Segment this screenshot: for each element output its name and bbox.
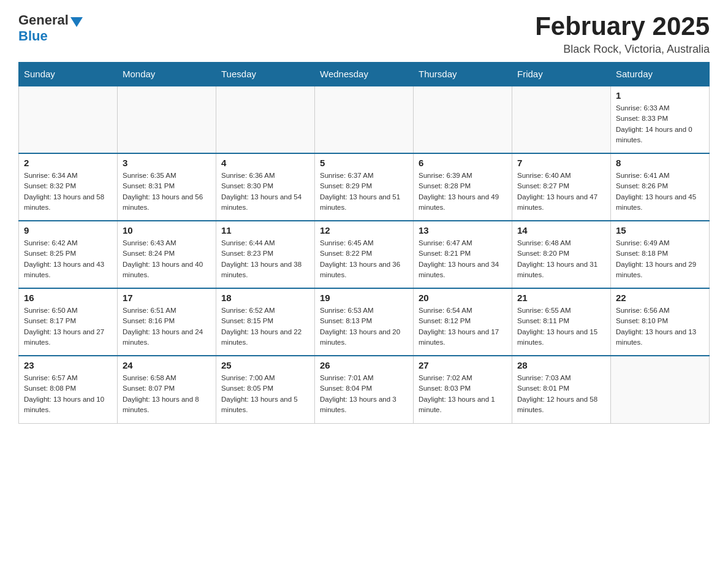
day-number: 8 [616,158,704,168]
day-number: 12 [320,225,408,236]
day-info: Sunrise: 7:00 AMSunset: 8:05 PMDaylight:… [221,373,309,415]
day-number: 18 [221,293,309,303]
day-info: Sunrise: 6:33 AMSunset: 8:33 PMDaylight:… [616,103,704,145]
day-number: 20 [419,293,507,303]
day-number: 7 [517,158,605,168]
calendar-cell: 28Sunrise: 7:03 AMSunset: 8:01 PMDayligh… [512,356,611,423]
day-number: 13 [419,225,507,236]
calendar-cell: 10Sunrise: 6:43 AMSunset: 8:24 PMDayligh… [118,221,216,288]
calendar-cell: 13Sunrise: 6:47 AMSunset: 8:21 PMDayligh… [414,221,512,288]
calendar-header-thursday: Thursday [414,63,512,86]
day-number: 11 [221,225,309,236]
calendar-cell: 20Sunrise: 6:54 AMSunset: 8:12 PMDayligh… [414,288,512,356]
calendar-week-row-5: 23Sunrise: 6:57 AMSunset: 8:08 PMDayligh… [19,356,710,423]
day-info: Sunrise: 6:42 AMSunset: 8:25 PMDaylight:… [24,238,112,280]
day-info: Sunrise: 6:58 AMSunset: 8:07 PMDaylight:… [123,373,211,415]
calendar-cell [611,356,710,423]
day-number: 1 [616,90,704,101]
calendar-cell: 19Sunrise: 6:53 AMSunset: 8:13 PMDayligh… [315,288,414,356]
day-number: 2 [24,158,112,168]
calendar-header-wednesday: Wednesday [315,63,414,86]
day-info: Sunrise: 6:52 AMSunset: 8:15 PMDaylight:… [221,305,309,348]
calendar-table: SundayMondayTuesdayWednesdayThursdayFrid… [18,62,710,424]
day-info: Sunrise: 6:57 AMSunset: 8:08 PMDaylight:… [24,373,112,415]
day-number: 4 [221,158,309,168]
calendar-cell [19,86,118,153]
day-info: Sunrise: 6:53 AMSunset: 8:13 PMDaylight:… [320,305,408,348]
day-number: 14 [517,225,605,236]
calendar-cell: 17Sunrise: 6:51 AMSunset: 8:16 PMDayligh… [118,288,216,356]
calendar-week-row-1: 1Sunrise: 6:33 AMSunset: 8:33 PMDaylight… [19,86,710,153]
day-number: 22 [616,293,704,303]
day-info: Sunrise: 6:45 AMSunset: 8:22 PMDaylight:… [320,238,408,280]
day-info: Sunrise: 6:41 AMSunset: 8:26 PMDaylight:… [616,170,704,213]
day-info: Sunrise: 6:54 AMSunset: 8:12 PMDaylight:… [419,305,507,348]
day-number: 21 [517,293,605,303]
day-info: Sunrise: 6:47 AMSunset: 8:21 PMDaylight:… [419,238,507,280]
day-info: Sunrise: 6:56 AMSunset: 8:10 PMDaylight:… [616,305,704,348]
calendar-cell: 1Sunrise: 6:33 AMSunset: 8:33 PMDaylight… [611,86,710,153]
day-number: 15 [616,225,704,236]
day-info: Sunrise: 6:39 AMSunset: 8:28 PMDaylight:… [419,170,507,213]
logo: General Blue [18,12,83,44]
day-number: 28 [517,360,605,370]
day-info: Sunrise: 6:37 AMSunset: 8:29 PMDaylight:… [320,170,408,213]
calendar-cell [315,86,414,153]
calendar-cell: 16Sunrise: 6:50 AMSunset: 8:17 PMDayligh… [19,288,118,356]
calendar-cell [414,86,512,153]
calendar-cell [216,86,315,153]
day-number: 3 [123,158,211,168]
calendar-cell: 11Sunrise: 6:44 AMSunset: 8:23 PMDayligh… [216,221,315,288]
day-info: Sunrise: 7:02 AMSunset: 8:03 PMDaylight:… [419,373,507,415]
day-info: Sunrise: 6:51 AMSunset: 8:16 PMDaylight:… [123,305,211,348]
day-info: Sunrise: 6:55 AMSunset: 8:11 PMDaylight:… [517,305,605,348]
calendar-cell: 18Sunrise: 6:52 AMSunset: 8:15 PMDayligh… [216,288,315,356]
calendar-cell: 25Sunrise: 7:00 AMSunset: 8:05 PMDayligh… [216,356,315,423]
calendar-cell [118,86,216,153]
day-info: Sunrise: 6:43 AMSunset: 8:24 PMDaylight:… [123,238,211,280]
calendar-cell: 7Sunrise: 6:40 AMSunset: 8:27 PMDaylight… [512,153,611,221]
calendar-header-friday: Friday [512,63,611,86]
calendar-cell: 9Sunrise: 6:42 AMSunset: 8:25 PMDaylight… [19,221,118,288]
calendar-cell: 24Sunrise: 6:58 AMSunset: 8:07 PMDayligh… [118,356,216,423]
logo-triangle-icon [70,17,83,27]
calendar-header-sunday: Sunday [19,63,118,86]
title-section: February 2025 Black Rock, Victoria, Aust… [535,12,710,56]
calendar-week-row-4: 16Sunrise: 6:50 AMSunset: 8:17 PMDayligh… [19,288,710,356]
calendar-cell: 14Sunrise: 6:48 AMSunset: 8:20 PMDayligh… [512,221,611,288]
day-number: 25 [221,360,309,370]
day-number: 26 [320,360,408,370]
logo-general-text: General [18,12,69,28]
day-number: 9 [24,225,112,236]
calendar-cell: 26Sunrise: 7:01 AMSunset: 8:04 PMDayligh… [315,356,414,423]
calendar-cell: 12Sunrise: 6:45 AMSunset: 8:22 PMDayligh… [315,221,414,288]
calendar-header-tuesday: Tuesday [216,63,315,86]
calendar-header-monday: Monday [118,63,216,86]
day-info: Sunrise: 6:36 AMSunset: 8:30 PMDaylight:… [221,170,309,213]
location-text: Black Rock, Victoria, Australia [535,43,710,56]
day-number: 27 [419,360,507,370]
day-info: Sunrise: 6:40 AMSunset: 8:27 PMDaylight:… [517,170,605,213]
day-info: Sunrise: 6:50 AMSunset: 8:17 PMDaylight:… [24,305,112,348]
calendar-cell: 27Sunrise: 7:02 AMSunset: 8:03 PMDayligh… [414,356,512,423]
day-number: 10 [123,225,211,236]
calendar-week-row-3: 9Sunrise: 6:42 AMSunset: 8:25 PMDaylight… [19,221,710,288]
day-info: Sunrise: 7:03 AMSunset: 8:01 PMDaylight:… [517,373,605,415]
calendar-header-saturday: Saturday [611,63,710,86]
day-info: Sunrise: 6:34 AMSunset: 8:32 PMDaylight:… [24,170,112,213]
day-number: 24 [123,360,211,370]
day-info: Sunrise: 6:48 AMSunset: 8:20 PMDaylight:… [517,238,605,280]
day-info: Sunrise: 6:49 AMSunset: 8:18 PMDaylight:… [616,238,704,280]
day-info: Sunrise: 6:44 AMSunset: 8:23 PMDaylight:… [221,238,309,280]
page-header: General Blue February 2025 Black Rock, V… [18,12,710,56]
calendar-cell: 21Sunrise: 6:55 AMSunset: 8:11 PMDayligh… [512,288,611,356]
calendar-cell [512,86,611,153]
calendar-cell: 22Sunrise: 6:56 AMSunset: 8:10 PMDayligh… [611,288,710,356]
calendar-cell: 3Sunrise: 6:35 AMSunset: 8:31 PMDaylight… [118,153,216,221]
month-title: February 2025 [535,12,710,40]
day-number: 19 [320,293,408,303]
calendar-cell: 23Sunrise: 6:57 AMSunset: 8:08 PMDayligh… [19,356,118,423]
day-number: 23 [24,360,112,370]
day-number: 17 [123,293,211,303]
day-info: Sunrise: 6:35 AMSunset: 8:31 PMDaylight:… [123,170,211,213]
